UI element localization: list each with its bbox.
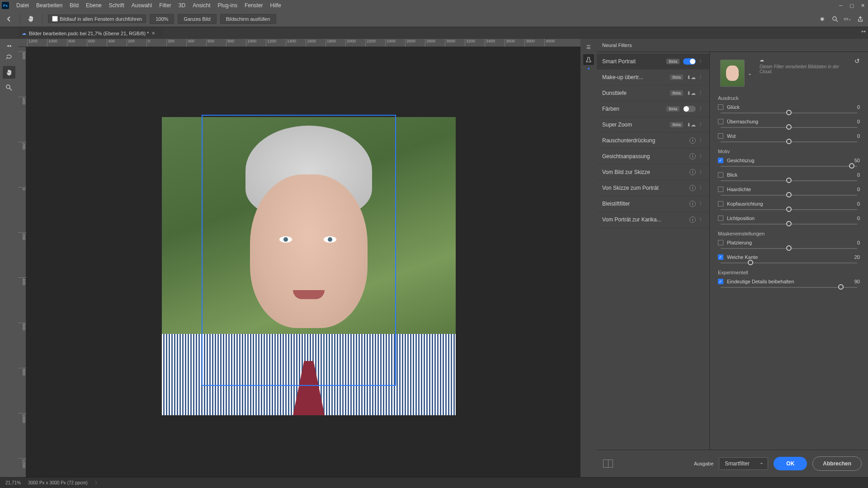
menu-ansicht[interactable]: Ansicht — [189, 2, 214, 9]
slider-thumb[interactable] — [786, 221, 792, 226]
slider-checkbox[interactable] — [718, 172, 723, 178]
slider-thumb[interactable] — [786, 192, 792, 197]
output-select[interactable]: Smartfilter — [719, 457, 768, 470]
slider-checkbox[interactable] — [718, 158, 723, 163]
panel-all-filters-icon[interactable]: ☰ — [583, 42, 594, 52]
slider-thumb[interactable] — [786, 206, 792, 212]
filter-item[interactable]: Vom Bild zur Skizzei〉 — [597, 164, 709, 180]
slider-track[interactable] — [721, 263, 857, 263]
workspace-icon[interactable]: ▭⌄ — [844, 15, 852, 23]
slider-track[interactable] — [721, 166, 857, 167]
slider-track[interactable] — [721, 209, 857, 210]
filter-item[interactable]: DunsttiefeBeta⬇☁〉 — [597, 85, 709, 101]
slider-thumb[interactable] — [786, 245, 792, 251]
slider-checkbox[interactable] — [718, 187, 723, 192]
menu-auswahl[interactable]: Auswahl — [128, 2, 156, 9]
menu-plug-ins[interactable]: Plug-ins — [214, 2, 241, 9]
filter-item[interactable]: Von Skizze zum Porträti〉 — [597, 180, 709, 196]
hand-tool-icon[interactable] — [3, 66, 15, 79]
slider-checkbox[interactable] — [718, 119, 723, 124]
before-after-toggle-icon[interactable] — [603, 460, 613, 468]
zoom-100-button[interactable]: 100% — [150, 14, 174, 24]
menu-ebene[interactable]: Ebene — [82, 2, 105, 9]
face-thumbnail[interactable]: ⌄ — [718, 57, 754, 89]
panel-collapse-icon[interactable]: ▸▸ — [862, 29, 866, 33]
download-icon[interactable]: ⬇☁ — [687, 75, 696, 80]
scroll-all-windows-check[interactable]: Bildlauf in allen Fenstern durchführen — [48, 14, 146, 23]
cancel-button[interactable]: Abbrechen — [812, 456, 862, 471]
menu-schrift[interactable]: Schrift — [105, 2, 128, 9]
menu-bearbeiten[interactable]: Bearbeiten — [33, 2, 66, 9]
slider-thumb[interactable] — [838, 284, 844, 290]
slider-checkbox[interactable] — [718, 216, 723, 221]
maximize-icon[interactable]: ▢ — [848, 2, 855, 9]
menu-filter[interactable]: Filter — [156, 2, 175, 9]
ok-button[interactable]: OK — [774, 457, 807, 470]
fill-screen-button[interactable]: Bildschirm ausfüllen — [220, 14, 276, 24]
slider-track[interactable] — [721, 248, 857, 249]
slider-thumb[interactable] — [786, 139, 792, 144]
filter-toggle[interactable] — [683, 58, 696, 65]
slider-thumb[interactable] — [786, 178, 792, 183]
lasso-tool-icon[interactable] — [3, 51, 15, 63]
download-icon[interactable]: ⬇☁ — [687, 90, 696, 96]
info-icon[interactable]: i — [689, 169, 696, 175]
info-icon[interactable]: i — [689, 201, 696, 207]
status-chevron-icon[interactable]: 〉 — [95, 480, 99, 486]
menu-datei[interactable]: Datei — [13, 2, 33, 9]
menu-3d[interactable]: 3D — [175, 2, 189, 9]
slider-track[interactable] — [721, 113, 857, 113]
status-zoom[interactable]: 21,71% — [5, 480, 21, 485]
filter-item[interactable]: Super ZoomBeta⬇☁〉 — [597, 117, 709, 133]
slider-track[interactable] — [721, 195, 857, 196]
slider-checkbox[interactable] — [718, 279, 723, 284]
slider-checkbox[interactable] — [718, 104, 723, 110]
filter-item[interactable]: Vom Porträt zur Karika...i〉 — [597, 212, 709, 228]
hand-tool-icon[interactable] — [26, 14, 37, 24]
scroll-all-checkbox[interactable] — [52, 16, 58, 22]
slider-checkbox[interactable] — [718, 240, 723, 245]
info-icon[interactable]: i — [689, 185, 696, 191]
slider-thumb[interactable] — [786, 110, 792, 115]
tab-close-icon[interactable]: ✕ — [151, 31, 155, 36]
face-dropdown-icon[interactable]: ⌄ — [748, 70, 752, 76]
minimize-icon[interactable]: ─ — [837, 2, 844, 9]
filter-item[interactable]: Gesichtsanpassungi〉 — [597, 149, 709, 164]
share-icon[interactable] — [856, 15, 864, 23]
slider-thumb[interactable] — [849, 163, 854, 169]
filter-toggle[interactable] — [683, 106, 696, 112]
filter-item[interactable]: Smart PortraitBeta〉 — [597, 54, 709, 70]
panel-beta-filters-icon[interactable] — [583, 54, 594, 65]
slider-thumb[interactable] — [786, 124, 792, 130]
slider-track[interactable] — [721, 141, 857, 142]
menu-hilfe[interactable]: Hilfe — [267, 2, 285, 9]
back-home-icon[interactable] — [4, 14, 14, 24]
filter-item[interactable]: Rauschunterdrückungi〉 — [597, 133, 709, 149]
filter-item[interactable]: FärbenBeta〉 — [597, 101, 709, 117]
menu-fenster[interactable]: Fenster — [241, 2, 267, 9]
slider-checkbox[interactable] — [718, 254, 723, 260]
fit-image-button[interactable]: Ganzes Bild — [178, 14, 216, 24]
toolbox-collapse-icon[interactable]: ◂◂ — [7, 43, 11, 48]
reset-icon[interactable]: ↺ — [854, 57, 860, 65]
zoom-tool-icon[interactable] — [3, 81, 15, 94]
info-icon[interactable]: i — [689, 216, 696, 223]
filter-item[interactable]: Make-up übertr...Beta⬇☁〉 — [597, 70, 709, 85]
menu-bild[interactable]: Bild — [66, 2, 82, 9]
document-tab[interactable]: ☁ Bilder bearbeiten.psdc bei 21,7% (Eben… — [18, 28, 162, 38]
slider-thumb[interactable] — [748, 260, 753, 265]
download-icon[interactable]: ⬇☁ — [687, 122, 696, 128]
slider-track[interactable] — [721, 287, 857, 288]
canvas[interactable] — [26, 47, 580, 477]
info-icon[interactable]: i — [689, 137, 696, 144]
slider-track[interactable] — [721, 224, 857, 225]
cloud-status-icon[interactable]: ◉ — [818, 15, 826, 23]
slider-checkbox[interactable] — [718, 201, 723, 206]
search-icon[interactable] — [831, 15, 839, 23]
close-icon[interactable]: ✕ — [859, 2, 866, 9]
slider-checkbox[interactable] — [718, 133, 723, 139]
filter-item[interactable]: Bleistiftfilteri〉 — [597, 196, 709, 212]
info-icon[interactable]: i — [689, 153, 696, 160]
slider-track[interactable] — [721, 127, 857, 128]
slider-track[interactable] — [721, 180, 857, 181]
